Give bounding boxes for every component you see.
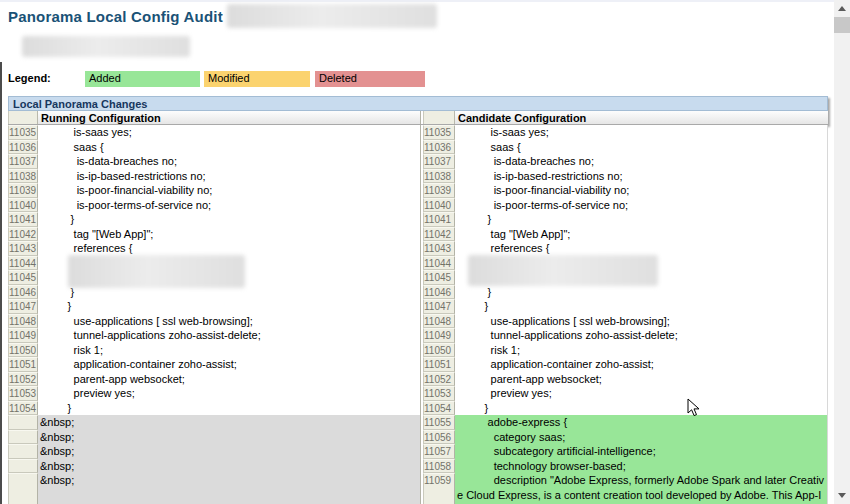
diff-row: 11049 tunnel-applications zoho-assist-de… xyxy=(8,328,828,343)
line-number-left: 11035 xyxy=(8,125,38,140)
code-cell-left: preview yes; xyxy=(38,386,421,401)
line-number-right: 11052 xyxy=(423,372,455,387)
code-cell-left: is-ip-based-restrictions no; xyxy=(38,169,421,184)
diff-row: 11043 references {11043 references { xyxy=(8,241,828,256)
line-number-right: 11056 xyxy=(423,430,455,445)
code-cell-right: } xyxy=(455,401,828,416)
panel-header: Local Panorama Changes Running Configura… xyxy=(8,96,828,125)
line-number-left: 11040 xyxy=(8,198,38,213)
line-number-left xyxy=(8,459,38,474)
diff-row: 11037 is-data-breaches no;11037 is-data-… xyxy=(8,154,828,169)
legend: Legend: AddedModifiedDeleted xyxy=(0,71,830,87)
diff-row: 11041 }11041 } xyxy=(8,212,828,227)
line-number-left xyxy=(8,415,38,430)
line-number-left: 11039 xyxy=(8,183,38,198)
line-number-right: 11037 xyxy=(423,154,455,169)
code-cell-right: is-ip-based-restrictions no; xyxy=(455,169,828,184)
code-cell-left: parent-app websocket; xyxy=(38,372,421,387)
code-cell-left: } xyxy=(38,299,421,314)
diff-row: 11040 is-poor-terms-of-service no;11040 … xyxy=(8,198,828,213)
line-number-header-right xyxy=(423,111,455,124)
scrollbar-up-button[interactable] xyxy=(834,0,850,17)
code-cell-right: tag "[Web App]"; xyxy=(455,227,828,242)
line-number-left xyxy=(8,430,38,445)
redacted-code-right xyxy=(468,255,658,286)
diff-row: &nbsp;11056 category saas; xyxy=(8,430,828,445)
code-cell-left: application-container zoho-assist; xyxy=(38,357,421,372)
running-configuration-header: Running Configuration xyxy=(38,111,421,124)
diff-row: 11048 use-applications [ ssl web-browsin… xyxy=(8,314,828,329)
line-number-right: 11054 xyxy=(423,401,455,416)
line-number-left: 11044 xyxy=(8,256,38,271)
line-number-right: 11058 xyxy=(423,459,455,474)
code-cell-left: &nbsp; xyxy=(38,459,421,474)
line-number-left: 11045 xyxy=(8,270,38,285)
line-number-right: 11038 xyxy=(423,169,455,184)
code-cell-right: adobe-express { xyxy=(455,415,828,430)
code-cell-left: tunnel-applications zoho-assist-delete; xyxy=(38,328,421,343)
line-number-left: 11050 xyxy=(8,343,38,358)
line-number-right: 11035 xyxy=(423,125,455,140)
code-cell-left: &nbsp; xyxy=(38,415,421,430)
code-cell-left: is-poor-financial-viability no; xyxy=(38,183,421,198)
line-number-right: 11057 xyxy=(423,444,455,459)
line-number-right: 11047 xyxy=(423,299,455,314)
code-cell-right: application-container zoho-assist; xyxy=(455,357,828,372)
line-number-left: 11046 xyxy=(8,285,38,300)
line-number-right: 11051 xyxy=(423,357,455,372)
code-cell-right: is-saas yes; xyxy=(455,125,828,140)
line-number-right: 11049 xyxy=(423,328,455,343)
code-cell-right: } xyxy=(455,299,828,314)
code-cell-right: parent-app websocket; xyxy=(455,372,828,387)
line-number-right: 11042 xyxy=(423,227,455,242)
line-number-right: 11039 xyxy=(423,183,455,198)
diff-row: &nbsp;11055 adobe-express { xyxy=(8,415,828,430)
legend-items: AddedModifiedDeleted xyxy=(85,71,425,87)
legend-swatch-modified: Modified xyxy=(204,71,310,87)
line-number-left xyxy=(8,473,38,504)
legend-swatch-deleted: Deleted xyxy=(315,71,425,87)
redacted-title-text xyxy=(227,4,437,28)
code-cell-left: risk 1; xyxy=(38,343,421,358)
code-cell-right: is-data-breaches no; xyxy=(455,154,828,169)
content-left-border xyxy=(0,62,2,504)
line-number-right: 11050 xyxy=(423,343,455,358)
line-number-left xyxy=(8,444,38,459)
line-number-right: 11040 xyxy=(423,198,455,213)
code-cell-left: is-saas yes; xyxy=(38,125,421,140)
line-number-right: 11046 xyxy=(423,285,455,300)
code-cell-right: saas { xyxy=(455,140,828,155)
diff-row: 11035 is-saas yes;11035 is-saas yes; xyxy=(8,125,828,140)
line-number-left: 11047 xyxy=(8,299,38,314)
code-cell-left: references { xyxy=(38,241,421,256)
code-cell-left: } xyxy=(38,401,421,416)
code-cell-left: &nbsp; xyxy=(38,473,421,504)
legend-swatch-added: Added xyxy=(85,71,200,87)
code-cell-left: tag "[Web App]"; xyxy=(38,227,421,242)
code-cell-right: technology browser-based; xyxy=(455,459,828,474)
code-cell-left: use-applications [ ssl web-browsing]; xyxy=(38,314,421,329)
line-number-left: 11038 xyxy=(8,169,38,184)
line-number-left: 11037 xyxy=(8,154,38,169)
diff-row: 11038 is-ip-based-restrictions no;11038 … xyxy=(8,169,828,184)
code-cell-right: risk 1; xyxy=(455,343,828,358)
scrollbar-thumb[interactable] xyxy=(834,17,850,33)
redacted-subtitle-text xyxy=(22,36,190,57)
column-headers: Running Configuration Candidate Configur… xyxy=(8,111,828,125)
code-cell-right: references { xyxy=(455,241,828,256)
line-number-left: 11052 xyxy=(8,372,38,387)
legend-label: Legend: xyxy=(8,72,51,84)
scrollbar-down-button[interactable] xyxy=(834,487,850,504)
diff-row: 11039 is-poor-financial-viability no;110… xyxy=(8,183,828,198)
line-number-left: 11036 xyxy=(8,140,38,155)
panel-title: Local Panorama Changes xyxy=(8,96,828,111)
diff-row: 11052 parent-app websocket;11052 parent-… xyxy=(8,372,828,387)
diff-row: 11036 saas {11036 saas { xyxy=(8,140,828,155)
code-cell-right: is-poor-terms-of-service no; xyxy=(455,198,828,213)
vertical-scrollbar[interactable] xyxy=(834,0,850,504)
candidate-configuration-header: Candidate Configuration xyxy=(455,111,828,124)
line-number-right: 11043 xyxy=(423,241,455,256)
diff-row: &nbsp;11058 technology browser-based; xyxy=(8,459,828,474)
code-cell-right: use-applications [ ssl web-browsing]; xyxy=(455,314,828,329)
top-edge-strip xyxy=(0,0,850,2)
